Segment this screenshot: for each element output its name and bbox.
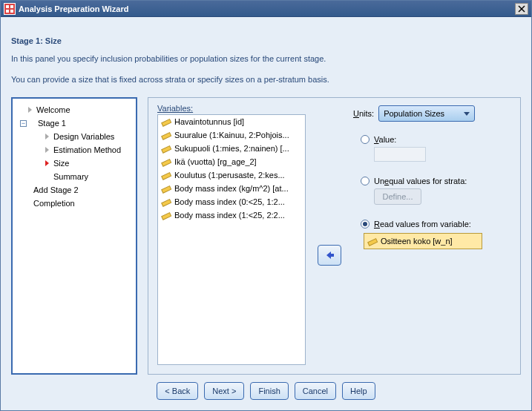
- unequal-option[interactable]: Unequal values for strata:: [361, 177, 511, 185]
- app-icon: [4, 3, 16, 15]
- scale-icon: [161, 130, 171, 140]
- radio-icon[interactable]: [361, 220, 370, 228]
- radio-icon[interactable]: [361, 177, 370, 185]
- svg-rect-10: [162, 173, 171, 180]
- value-option[interactable]: Value:: [361, 135, 511, 144]
- nav-tree: Welcome − Stage 1 Design Variables Estim…: [11, 97, 137, 375]
- tree-completion[interactable]: Completion: [16, 197, 133, 210]
- units-dropdown[interactable]: Population Sizes: [378, 105, 475, 122]
- finish-button[interactable]: Finish: [250, 382, 288, 400]
- close-button[interactable]: [515, 3, 528, 15]
- value-input: [374, 147, 426, 162]
- variables-list[interactable]: Havaintotunnus [id] Suuralue (1:Kainuu, …: [157, 114, 306, 365]
- titlebar: Analysis Preparation Wizard: [1, 1, 531, 17]
- list-item[interactable]: Sukupuoli (1:mies, 2:nainen) [...: [158, 142, 305, 155]
- unequal-label: Unequal values for strata:: [374, 177, 467, 185]
- readvar-value: Ositteen koko [w_n]: [381, 237, 453, 246]
- list-item[interactable]: Suuralue (1:Kainuu, 2:Pohjois...: [158, 128, 305, 142]
- define-button: Define...: [374, 188, 421, 205]
- tree-size[interactable]: Size: [16, 157, 133, 170]
- tree-label: Summary: [53, 172, 88, 181]
- readvar-option[interactable]: Read values from variable:: [361, 220, 511, 228]
- scale-icon: [161, 210, 171, 220]
- units-row: Units: Population Sizes: [353, 105, 511, 122]
- tree-addstage[interactable]: Add Stage 2: [16, 183, 133, 197]
- move-left-button[interactable]: [318, 245, 341, 266]
- tree-label: Add Stage 2: [33, 185, 79, 194]
- tree-welcome[interactable]: Welcome: [16, 103, 133, 116]
- svg-rect-7: [162, 133, 171, 140]
- svg-rect-2: [6, 10, 9, 13]
- help-button[interactable]: Help: [342, 382, 375, 400]
- list-item[interactable]: Koulutus (1:perusaste, 2:kes...: [158, 168, 305, 182]
- back-button[interactable]: < Back: [157, 382, 198, 400]
- svg-rect-0: [6, 5, 9, 8]
- wizard-window: Analysis Preparation Wizard Stage 1: Siz…: [0, 0, 532, 411]
- tree-label: Estimation Method: [53, 145, 121, 154]
- var-text: Body mass index (1:<25, 2:2...: [174, 211, 285, 220]
- list-item[interactable]: Body mass index (0:<25, 1:2...: [158, 195, 305, 208]
- scale-icon: [367, 236, 378, 246]
- chevron-down-icon: [464, 112, 470, 116]
- arrow-icon: [45, 134, 49, 139]
- var-text: Sukupuoli (1:mies, 2:nainen) [...: [174, 144, 289, 153]
- next-button[interactable]: Next >: [204, 382, 244, 400]
- description-1: In this panel you specify inclusion prob…: [11, 54, 521, 63]
- move-column: [318, 104, 341, 365]
- options-column: Units: Population Sizes Value:: [353, 104, 511, 365]
- svg-rect-15: [368, 239, 378, 246]
- svg-rect-6: [162, 119, 171, 127]
- description-2: You can provide a size that is fixed acr…: [11, 75, 521, 84]
- readvar-field[interactable]: Ositteen koko [w_n]: [364, 233, 482, 249]
- stage-heading: Stage 1: Size: [11, 36, 521, 45]
- collapse-icon[interactable]: −: [20, 120, 27, 127]
- value-label: Value:: [374, 135, 396, 144]
- tree-label: Stage 1: [38, 119, 66, 128]
- window-title: Analysis Preparation Wizard: [19, 4, 128, 13]
- svg-rect-1: [10, 5, 13, 8]
- var-text: Body mass index (kg/m^2) [at...: [174, 184, 289, 193]
- list-item[interactable]: Body mass index (kg/m^2) [at...: [158, 182, 305, 195]
- tree-summary[interactable]: Summary: [16, 170, 133, 183]
- scale-icon: [161, 197, 171, 207]
- cancel-button[interactable]: Cancel: [295, 382, 336, 400]
- right-panel: Variables: Havaintotunnus [id] Suuralue …: [148, 97, 521, 375]
- svg-rect-8: [162, 146, 171, 154]
- scale-icon: [161, 170, 171, 180]
- tree-label: Design Variables: [53, 132, 114, 141]
- main-panels: Welcome − Stage 1 Design Variables Estim…: [11, 97, 521, 375]
- list-item[interactable]: Body mass index (1:<25, 2:2...: [158, 208, 305, 222]
- var-text: Havaintotunnus [id]: [174, 117, 244, 126]
- variables-label: Variables:: [157, 104, 306, 113]
- tree-label: Completion: [33, 199, 75, 208]
- radio-icon[interactable]: [361, 135, 370, 144]
- svg-rect-9: [162, 160, 171, 167]
- units-value: Population Sizes: [384, 109, 444, 118]
- svg-rect-12: [162, 200, 171, 207]
- readvar-label: Read values from variable:: [374, 220, 471, 228]
- var-text: Ikä (vuotta) [rg_age_2]: [174, 157, 257, 166]
- list-item[interactable]: Havaintotunnus [id]: [158, 115, 305, 128]
- scale-icon: [161, 183, 171, 194]
- variables-column: Variables: Havaintotunnus [id] Suuralue …: [157, 104, 306, 365]
- arrow-icon: [28, 107, 32, 113]
- tree-label: Welcome: [36, 105, 70, 114]
- tree-stage1[interactable]: − Stage 1: [16, 116, 133, 130]
- svg-rect-14: [330, 254, 334, 257]
- scale-icon: [161, 116, 171, 127]
- var-text: Koulutus (1:perusaste, 2:kes...: [174, 171, 285, 180]
- scale-icon: [161, 157, 171, 167]
- var-text: Suuralue (1:Kainuu, 2:Pohjois...: [174, 131, 289, 139]
- arrow-icon: [45, 147, 49, 153]
- tree-estimation[interactable]: Estimation Method: [16, 143, 133, 157]
- footer-buttons: < Back Next > Finish Cancel Help: [11, 375, 521, 404]
- svg-rect-11: [162, 186, 171, 194]
- arrow-icon: [45, 160, 49, 166]
- content: Stage 1: Size In this panel you specify …: [1, 17, 531, 410]
- units-label: Units:: [353, 109, 374, 118]
- list-item[interactable]: Ikä (vuotta) [rg_age_2]: [158, 155, 305, 168]
- svg-rect-13: [162, 213, 171, 220]
- svg-rect-3: [10, 10, 13, 13]
- var-text: Body mass index (0:<25, 1:2...: [174, 197, 285, 206]
- tree-design[interactable]: Design Variables: [16, 130, 133, 143]
